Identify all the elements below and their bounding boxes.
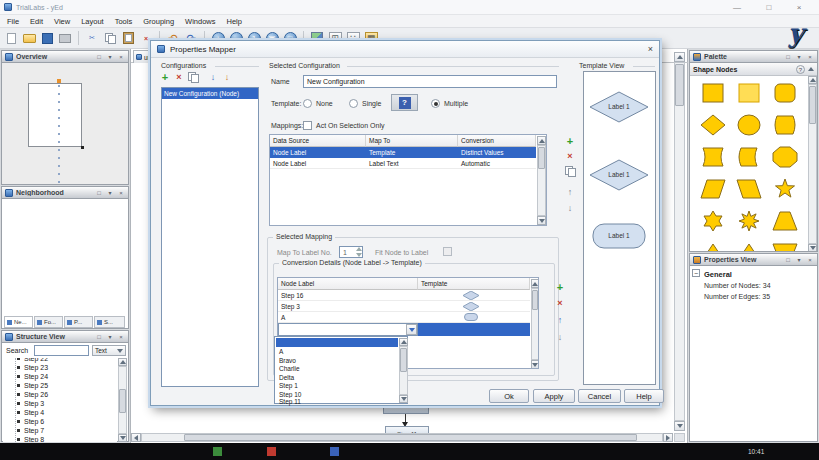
export-configurations-button[interactable]: ↓ [221,71,233,83]
mapping-row[interactable]: Node Label Label Text Automatic [270,158,536,169]
column-header-map-to[interactable]: Map To [366,135,458,147]
collapse-group-icon[interactable]: − [692,269,700,277]
conversion-scroll-up[interactable] [531,279,539,288]
tree-item[interactable]: Step 8 [17,435,44,442]
column-header-template[interactable]: Template [418,278,530,290]
cancel-button[interactable]: Cancel [578,389,621,403]
remove-configuration-button[interactable]: × [173,71,185,83]
float-icon[interactable]: □ [784,257,792,263]
duplicate-mapping-button[interactable] [564,165,576,177]
palette-shape-octagon[interactable] [772,146,798,168]
menu-grouping[interactable]: Grouping [143,17,174,26]
menu-help[interactable]: Help [227,17,242,26]
template-node-roundrect[interactable]: Label 1 [592,223,646,249]
canvas-hscroll-thumb[interactable] [184,434,637,441]
palette-scroll-down[interactable] [808,244,817,252]
graph-node-partial[interactable] [383,406,429,414]
dropdown-item[interactable]: A [276,347,398,356]
tab-neighborhood[interactable]: Ne... [4,316,33,328]
dropdown-scroll-up[interactable] [399,338,408,346]
dropdown-scroll-thumb[interactable] [400,348,407,372]
canvas-scroll-down[interactable] [674,421,685,431]
edit-cell-template-selected[interactable] [418,323,530,336]
palette-shape-triangle-2[interactable] [736,242,762,252]
float-icon[interactable]: □ [95,54,103,60]
conversion-row-label[interactable]: Step 3 [278,301,418,312]
float-icon[interactable]: □ [784,54,792,60]
tree-scroll-thumb[interactable] [119,389,126,413]
act-on-selection-checkbox[interactable] [303,121,312,130]
template-none-radio[interactable] [303,99,312,108]
viewport-resize-handle[interactable] [81,146,84,149]
dock-icon[interactable]: ▾ [106,53,114,60]
tree-scroll-down[interactable] [118,434,127,442]
palette-title-bar[interactable]: Palette □ ▾ × [690,51,817,63]
close-icon[interactable]: × [806,54,814,60]
tree-item[interactable]: Step 26 [17,390,48,399]
palette-shape-concave-right[interactable] [736,146,762,168]
close-icon[interactable]: × [806,257,814,263]
palette-shape-parallelogram[interactable] [700,178,726,200]
neighborhood-title-bar[interactable]: Neighborhood □ ▾ × [2,187,128,199]
node-label-dropdown[interactable]: A Bravo Charlie Delta Step 1 Step 10 Ste… [274,336,408,404]
template-node-diamond-1[interactable]: Label 1 [589,91,649,123]
column-header-data-source[interactable]: Data Source [270,135,366,147]
edit-cell-combo[interactable] [278,323,418,336]
column-header-conversion[interactable]: Conversion [458,135,536,147]
dialog-close-icon[interactable]: × [648,44,653,54]
dropdown-item[interactable]: Step 1 [276,381,398,390]
taskbar-app-icon-green[interactable] [213,447,222,456]
tree-item[interactable]: Step 7 [17,426,44,435]
structure-view-title-bar[interactable]: Structure View □ ▾ × [2,331,128,343]
remove-mapping-button[interactable]: × [564,150,576,162]
palette-shape-round-rectangle[interactable] [772,82,798,104]
duplicate-configuration-button[interactable] [187,71,199,83]
tree-item[interactable]: Step 23 [17,363,48,372]
collapse-section-icon[interactable] [808,67,814,71]
menu-tools[interactable]: Tools [115,17,133,26]
print-icon[interactable] [57,30,73,47]
menu-view[interactable]: View [54,17,70,26]
spinner-down-icon[interactable] [356,253,362,257]
palette-shape-diamond[interactable] [700,114,726,136]
palette-shape-trapezoid-down[interactable] [772,242,798,252]
spinner-up-icon[interactable] [356,247,362,251]
ok-button[interactable]: Ok [489,389,529,403]
menu-windows[interactable]: Windows [185,17,215,26]
search-filter-select[interactable]: Text [92,345,126,356]
windows-taskbar[interactable] [0,443,819,460]
conversion-row-label[interactable]: Step 16 [278,290,418,301]
help-icon[interactable]: ? [796,65,805,74]
canvas-scroll-right[interactable] [663,433,673,442]
cut-icon[interactable]: ✂ [84,30,100,47]
canvas-scroll-left[interactable] [131,433,141,442]
minimap-viewport[interactable] [28,83,82,147]
palette-scroll-up[interactable] [808,76,817,84]
tree-item[interactable]: Step 6 [17,417,44,426]
name-input[interactable]: New Configuration [303,75,557,88]
close-icon[interactable]: × [117,334,125,340]
palette-shape-parallelogram-2[interactable] [736,178,762,200]
overview-minimap[interactable] [2,63,128,184]
palette-shape-concave-left[interactable] [700,146,726,168]
conversion-scroll-thumb[interactable] [532,290,538,310]
move-conversion-up-button[interactable]: ↑ [554,314,566,326]
add-configuration-button[interactable]: + [159,71,171,83]
palette-shape-rectangle-selected[interactable] [736,82,762,104]
save-document-icon[interactable] [39,30,55,47]
configurations-list[interactable]: New Configuration (Node) [161,87,259,387]
add-conversion-button[interactable]: + [554,281,566,293]
tab-predecessors[interactable]: P... [64,316,93,328]
float-icon[interactable]: □ [95,190,103,196]
dock-icon[interactable]: ▾ [795,53,803,60]
move-mapping-up-button[interactable]: ↑ [564,186,576,198]
dock-icon[interactable]: ▾ [106,333,114,340]
new-document-icon[interactable] [3,30,19,47]
mapping-row-selected[interactable]: Node Label Template Distinct Values [270,147,536,158]
menu-layout[interactable]: Layout [81,17,104,26]
tree-item[interactable]: Step 3 [17,399,44,408]
remove-conversion-button[interactable]: × [554,297,566,309]
palette-shape-star-6[interactable] [700,210,726,232]
dock-icon[interactable]: ▾ [795,256,803,263]
minimize-button[interactable]: — [730,1,744,14]
